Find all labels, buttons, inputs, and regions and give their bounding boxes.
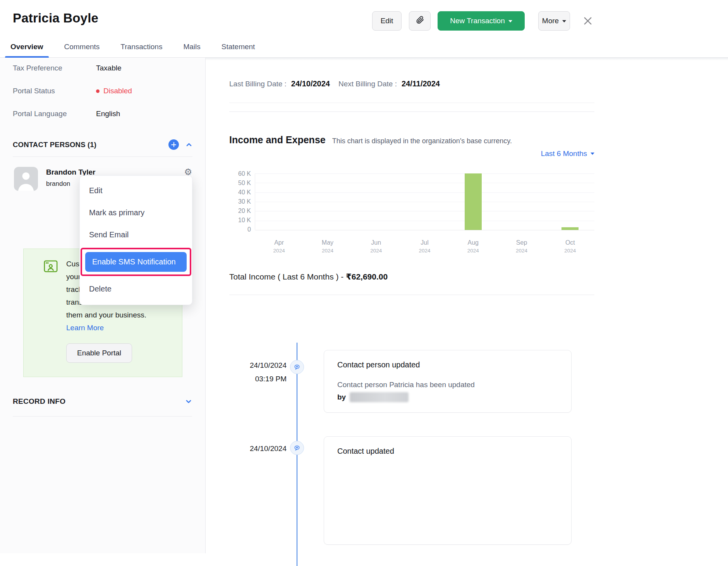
avatar (14, 167, 38, 191)
tab-label: Overview (10, 43, 43, 51)
divider (229, 103, 594, 103)
menu-item-mark-as-primary[interactable]: Mark as primary (80, 202, 192, 224)
next-billing-date-value: 24/11/2024 (402, 79, 440, 88)
edit-button-label: Edit (381, 17, 393, 25)
tab-label: Mails (183, 43, 200, 51)
income-expense-chart: 60 K50 K40 K30 K20 K10 K0 (229, 173, 594, 233)
tab-comments[interactable]: Comments (64, 43, 101, 57)
chart-y-axis: 60 K50 K40 K30 K20 K10 K0 (229, 170, 251, 233)
menu-item-send-email[interactable]: Send Email (80, 224, 192, 246)
timeline-card-body: Contact person Patricia has been updated (337, 379, 558, 391)
highlight-frame: Enable SMS Notification (81, 248, 191, 276)
x-tick: Apr2024 (255, 239, 303, 254)
new-transaction-label: New Transaction (450, 17, 505, 25)
x-tick: Jul2024 (400, 239, 449, 254)
last-billing-date-value: 24/10/2024 (291, 79, 330, 88)
portal-screen-icon (44, 260, 58, 274)
sidebar: Tax Preference Taxable Portal Status Dis… (0, 58, 206, 553)
timeline-date: 24/10/2024 (229, 361, 287, 370)
next-billing-date-label: Next Billing Date : (338, 80, 397, 88)
chevron-down-icon (508, 20, 512, 24)
add-contact-person-button[interactable] (168, 139, 179, 150)
attachment-button[interactable] (409, 11, 431, 31)
field-label: Tax Preference (13, 64, 96, 72)
close-icon[interactable] (582, 15, 593, 26)
contact-person-context-menu: Edit Mark as primary Send Email Enable S… (79, 175, 192, 305)
chevron-down-icon (591, 153, 594, 157)
total-income-label: Total Income ( Last 6 Months ) - (229, 272, 346, 281)
chevron-up-icon[interactable] (185, 141, 192, 148)
income-expense-subtitle: This chart is displayed in the organizat… (332, 137, 512, 145)
by-label: by (337, 393, 346, 401)
header: Patricia Boyle Edit New Transaction More (0, 0, 728, 43)
chevron-down-icon (562, 20, 566, 24)
menu-item-enable-sms-notification[interactable]: Enable SMS Notification (85, 252, 187, 272)
learn-more-link[interactable]: Learn More (66, 321, 104, 334)
field-value: Taxable (96, 64, 122, 72)
record-info-title: RECORD INFO (13, 397, 179, 406)
status-badge: Disabled (96, 87, 132, 95)
more-button-label: More (542, 17, 559, 25)
header-actions: Edit New Transaction More (372, 11, 593, 31)
status-dot-icon (96, 89, 100, 93)
divider (229, 111, 594, 112)
field-portal-status: Portal Status Disabled (13, 87, 192, 95)
x-tick: Sep2024 (497, 239, 546, 254)
tab-mails[interactable]: Mails (182, 43, 201, 57)
field-portal-language: Portal Language English (13, 110, 192, 118)
more-button[interactable]: More (538, 11, 570, 31)
comment-icon (290, 441, 304, 455)
field-value: Disabled (103, 87, 132, 95)
tab-bar: Overview Comments Transactions Mails Sta… (0, 43, 728, 58)
bar-aug-2024 (465, 173, 482, 230)
main-panel: Last Billing Date : 24/10/2024 Next Bill… (206, 58, 728, 553)
redacted-user-name (350, 392, 409, 402)
menu-item-delete[interactable]: Delete (80, 278, 192, 300)
x-tick: May2024 (303, 239, 352, 254)
timeline-time: 03:19 PM (229, 375, 287, 383)
field-value: English (96, 110, 120, 118)
enable-portal-button[interactable]: Enable Portal (66, 343, 132, 363)
divider (13, 156, 192, 157)
timeline-card-title: Contact updated (337, 447, 558, 456)
x-tick: Jun2024 (352, 239, 400, 254)
income-expense-header: Income and Expense This chart is display… (229, 134, 594, 146)
detail-fields: Tax Preference Taxable Portal Status Dis… (0, 58, 205, 118)
chart-x-axis: Apr2024May2024Jun2024Jul2024Aug2024Sep20… (255, 239, 594, 254)
income-expense-title: Income and Expense (229, 134, 326, 146)
range-dropdown[interactable]: Last 6 Months (541, 149, 594, 158)
portal-text-line: them and your business. (66, 309, 174, 321)
contact-persons-title: CONTACT PERSONS (1) (13, 141, 168, 149)
chevron-down-icon[interactable] (185, 398, 192, 405)
tab-transactions[interactable]: Transactions (120, 43, 163, 57)
timeline-card: Contact updated (324, 436, 572, 545)
record-info-section: RECORD INFO (13, 397, 192, 417)
new-transaction-button[interactable]: New Transaction (438, 11, 525, 31)
tab-label: Statement (221, 43, 255, 51)
bar-oct-2024 (561, 227, 579, 230)
comment-icon (290, 360, 304, 374)
range-label: Last 6 Months (541, 149, 587, 158)
timeline-date: 24/10/2024 (229, 444, 287, 453)
billing-dates-row: Last Billing Date : 24/10/2024 Next Bill… (229, 79, 594, 88)
edit-button[interactable]: Edit (372, 11, 402, 31)
field-label: Portal Language (13, 110, 96, 118)
menu-item-edit[interactable]: Edit (80, 180, 192, 202)
divider (13, 416, 192, 417)
total-income-row: Total Income ( Last 6 Months ) - ₹62,690… (229, 272, 594, 281)
paperclip-icon (416, 15, 424, 26)
field-tax-preference: Tax Preference Taxable (13, 64, 192, 72)
timeline-card-title: Contact person updated (337, 360, 558, 369)
tab-label: Comments (64, 43, 100, 51)
tab-label: Transactions (120, 43, 162, 51)
last-billing-date-label: Last Billing Date : (229, 80, 287, 88)
total-income-value: ₹62,690.00 (346, 272, 388, 281)
chart-plot (255, 173, 594, 230)
contact-persons-header: CONTACT PERSONS (1) (13, 139, 192, 150)
field-label: Portal Status (13, 87, 96, 95)
tab-overview[interactable]: Overview (10, 43, 44, 57)
page-title: Patricia Boyle (13, 11, 98, 26)
x-tick: Aug2024 (449, 239, 497, 254)
timeline-card: Contact person updated Contact person Pa… (324, 350, 572, 413)
tab-statement[interactable]: Statement (221, 43, 256, 57)
